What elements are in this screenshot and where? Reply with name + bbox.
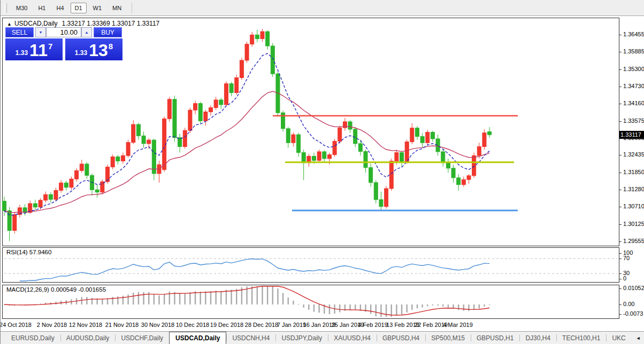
tab-label: USDJPY,Daily xyxy=(281,334,322,342)
collapse-arrow-icon[interactable]: ▲ xyxy=(7,21,12,27)
date-tick-label: 4 Mar 2019 xyxy=(443,322,473,328)
current-price-badge: 1.33117 xyxy=(619,131,644,139)
one-click-trading-panel: SELL ▼ 10.00 ▲ BUY 1.33 11 7 1.33 13 8 xyxy=(5,27,122,60)
date-tick-label: 4 Feb 2019 xyxy=(358,322,388,328)
timeframe-button-h1[interactable]: H1 xyxy=(34,3,50,13)
chart-tab-ukc[interactable]: UKC xyxy=(606,332,631,344)
axis-tick xyxy=(619,241,622,242)
sell-price-big: 11 xyxy=(29,41,48,59)
price-axis-label: 1.29555 xyxy=(623,238,644,245)
chart-tab-gbpusd[interactable]: GBPUSD,H1 xyxy=(471,332,519,344)
axis-tick xyxy=(619,87,622,87)
rsi-chart[interactable] xyxy=(2,247,619,283)
buy-price-pip: 8 xyxy=(109,42,113,51)
chart-tab-tech100[interactable]: TECH100,H1 xyxy=(556,332,606,344)
tab-label: DJ30,H4 xyxy=(525,334,550,342)
price-axis-label: -0.0073 xyxy=(623,310,643,317)
axis-tick xyxy=(619,259,622,259)
sell-button[interactable]: SELL xyxy=(5,27,34,37)
axis-tick xyxy=(619,121,622,122)
volume-decrease-button[interactable]: ▼ xyxy=(35,27,46,37)
chart-tab-usdcad[interactable]: USDCAD,Daily xyxy=(169,332,226,344)
price-axis-label: 1.36455 xyxy=(623,31,644,38)
price-axis-label: 1.30125 xyxy=(623,221,644,228)
volume-increase-button[interactable]: ▲ xyxy=(81,27,92,37)
price-axis-label: 1.32435 xyxy=(623,151,644,158)
chart-tab-usdcnh[interactable]: USDCNH,H4 xyxy=(226,332,275,344)
price-axis-label: 0.00 xyxy=(623,301,634,308)
axis-tick xyxy=(619,253,622,254)
chart-tab-gbpusd[interactable]: GBPUSD,H4 xyxy=(377,332,425,344)
price-axis[interactable]: 1.364551.358851.353001.347301.341601.335… xyxy=(619,16,644,331)
volume-input[interactable]: 10.00 xyxy=(46,27,81,37)
chart-tab-sp500[interactable]: SP500,M15 xyxy=(425,332,471,344)
timeframe-button-w1[interactable]: W1 xyxy=(89,3,106,13)
axis-tick xyxy=(619,279,622,279)
timeframe-button-m30[interactable]: M30 xyxy=(12,3,32,13)
axis-tick xyxy=(619,35,622,35)
tab-label: AUDUSD,Daily xyxy=(66,334,110,342)
axis-tick xyxy=(619,207,622,207)
tab-label: TECH100,H1 xyxy=(562,334,600,342)
time-axis[interactable]: 24 Oct 20182 Nov 201812 Nov 201821 Nov 2… xyxy=(2,320,619,331)
buy-price-prefix: 1.33 xyxy=(75,49,87,57)
timeframe-toolbar: M30H1H4D1W1MN xyxy=(0,0,644,16)
axis-tick xyxy=(619,155,622,155)
rsi-pane[interactable]: RSI(14) 57.9460 xyxy=(2,247,619,283)
sell-price-pip: 7 xyxy=(48,42,52,51)
sell-price-box[interactable]: 1.33 11 7 xyxy=(5,38,63,60)
tab-scroll-left-icon[interactable]: ◄ xyxy=(636,335,641,341)
timeframe-button-mn[interactable]: MN xyxy=(108,3,126,13)
chart-window: RSI(14) 57.9460 MACD(12,26,9) 0.000549 -… xyxy=(0,16,644,331)
axis-tick xyxy=(619,273,622,274)
price-axis-label: 1.31280 xyxy=(623,186,644,193)
date-tick-label: 7 Jan 2019 xyxy=(277,322,306,328)
buy-price-box[interactable]: 1.33 13 8 xyxy=(65,38,122,60)
chart-tab-eurusd[interactable]: EURUSD,Daily xyxy=(5,332,60,344)
macd-label: MACD(12,26,9) 0.000549 -0.001655 xyxy=(6,286,106,293)
price-axis-label: 1.34160 xyxy=(623,100,644,107)
tab-label: USDCHF,Daily xyxy=(121,334,163,342)
axis-tick xyxy=(619,304,622,305)
tab-label: SP500,M15 xyxy=(431,334,465,342)
price-axis-label: 1.35300 xyxy=(623,66,644,73)
date-tick-label: 2 Nov 2018 xyxy=(37,322,67,328)
axis-tick xyxy=(619,314,622,315)
axis-tick xyxy=(619,288,622,289)
axis-tick xyxy=(619,69,622,70)
axis-tick xyxy=(619,173,622,173)
price-axis-label: 1.35885 xyxy=(623,48,644,55)
tab-label: USDCAD,Daily xyxy=(175,334,220,342)
price-axis-label: 1.33575 xyxy=(623,118,644,124)
sell-price-prefix: 1.33 xyxy=(16,49,28,57)
price-axis-label: 70 xyxy=(623,255,630,262)
buy-button[interactable]: BUY xyxy=(94,27,122,37)
price-axis-label: 1.30710 xyxy=(623,203,644,210)
chart-tab-usdchf[interactable]: USDCHF,Daily xyxy=(115,332,169,344)
chart-tab-xauusd[interactable]: XAUUSD,H4 xyxy=(328,332,377,344)
timeframe-button-d1[interactable]: D1 xyxy=(71,3,87,13)
price-axis-label: 1.34730 xyxy=(623,83,644,90)
date-tick-label: 24 Oct 2018 xyxy=(0,322,32,328)
price-axis-label: 1.31850 xyxy=(623,169,644,176)
axis-tick xyxy=(619,224,622,225)
chart-tab-audusd[interactable]: AUDUSD,Daily xyxy=(60,332,116,344)
tab-label: GBPUSD,H1 xyxy=(477,334,513,342)
tab-label: EURUSD,Daily xyxy=(11,334,55,342)
window-left-edge xyxy=(0,0,1,344)
tab-label: XAUUSD,H4 xyxy=(334,334,371,342)
axis-tick xyxy=(619,190,622,190)
tab-label: USDCNH,H4 xyxy=(232,334,270,342)
date-tick-label: 28 Dec 2018 xyxy=(245,322,278,328)
timeframe-button-h4[interactable]: H4 xyxy=(52,3,68,13)
chart-tab-usdjpy[interactable]: USDJPY,Daily xyxy=(275,332,328,344)
chart-title: ▲USDCAD,Daily1.33217 1.33369 1.33017 1.3… xyxy=(7,20,159,27)
price-axis-label: 0.010525 xyxy=(623,285,644,292)
date-tick-label: 12 Nov 2018 xyxy=(69,322,102,328)
date-tick-label: 19 Dec 2018 xyxy=(210,322,243,328)
macd-pane[interactable]: MACD(12,26,9) 0.000549 -0.001655 xyxy=(2,285,619,319)
chart-symbol-label: USDCAD,Daily xyxy=(14,20,58,27)
toolbar-grip[interactable] xyxy=(4,3,7,13)
chart-tab-dj30[interactable]: DJ30,H4 xyxy=(519,332,556,344)
rsi-label: RSI(14) 57.9460 xyxy=(6,249,51,255)
